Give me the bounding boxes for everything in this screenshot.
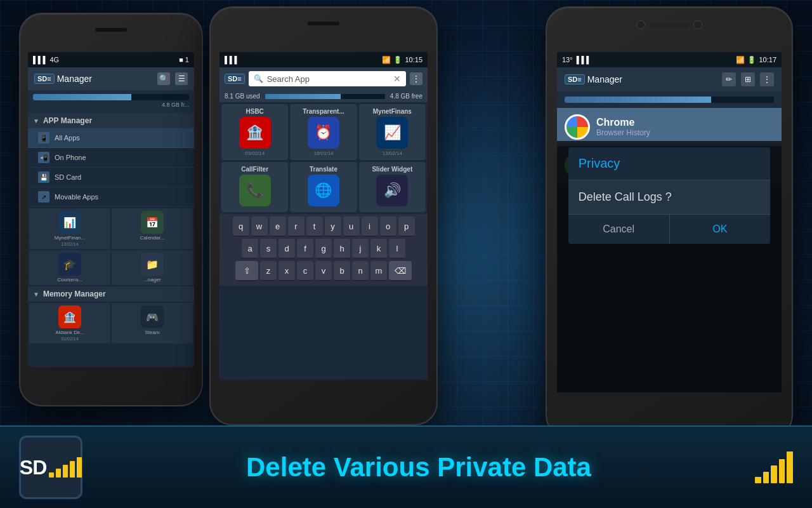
wifi-icon: 📶 <box>382 56 391 64</box>
key-q[interactable]: q <box>233 217 249 237</box>
key-d[interactable]: d <box>278 239 295 259</box>
banner-title: Delete Various Private Data <box>102 452 736 483</box>
cancel-button[interactable]: Cancel <box>568 215 670 244</box>
steam-icon: 🎮 <box>141 305 164 328</box>
app-name: Calendar... <box>140 235 165 241</box>
list-item[interactable]: MynetFinans 📈 13/02/14 <box>359 104 426 160</box>
key-t[interactable]: t <box>306 217 323 237</box>
dialog-content: Delete Call Logs ? <box>568 180 771 214</box>
key-p[interactable]: p <box>398 217 415 237</box>
search-icon: 🔍 <box>254 74 263 83</box>
more-icon[interactable]: ⋮ <box>760 72 774 86</box>
key-k[interactable]: k <box>370 239 387 259</box>
bottom-banner: SD Delete Various Private Data <box>0 425 812 508</box>
all-apps-icon: 📱 <box>38 132 49 144</box>
app-name: CallFilter <box>241 166 268 173</box>
bar-4 <box>70 461 75 478</box>
movable-apps-item[interactable]: ↗ Movable Apps <box>28 187 194 207</box>
key-g[interactable]: g <box>315 239 332 259</box>
phone-right-frame: 13° ▌▌▌ 📶 🔋 10:17 SD≡ Manager <box>546 6 793 438</box>
left-app-grid-2: 🏦 Akbank Dir... 01/02/14 🎮 Steam <box>28 302 194 345</box>
storage-labels: 4.8 GB fr... <box>33 100 189 109</box>
key-j[interactable]: j <box>352 239 369 259</box>
all-apps-item[interactable]: 📱 All Apps <box>28 128 194 148</box>
middle-logo: SD≡ <box>225 74 245 84</box>
right-status-bar: 13° ▌▌▌ 📶 🔋 10:17 <box>557 52 782 67</box>
key-shift[interactable]: ⇧ <box>235 261 258 281</box>
list-item[interactable]: Translate 🌐 <box>290 162 357 212</box>
sd-logo-inner: SD <box>20 456 82 479</box>
middle-storage-row: 8.1 GB used 4.8 GB free <box>219 90 428 102</box>
ok-button[interactable]: OK <box>670 215 771 244</box>
key-f[interactable]: f <box>297 239 313 259</box>
left-phone-screen: ▌▌▌ 4G ■ 1 SD≡ Manager 🔍 ☰ <box>28 52 194 367</box>
close-icon[interactable]: ✕ <box>393 74 401 84</box>
key-v[interactable]: v <box>315 261 332 281</box>
list-item: 🏦 Akbank Dir... 01/02/14 <box>29 303 110 344</box>
app-name: Slider Widget <box>372 166 412 173</box>
keyboard-row-1: q w e r t y u i o p <box>222 217 425 237</box>
key-y[interactable]: y <box>325 217 341 237</box>
key-c[interactable]: c <box>297 261 313 281</box>
on-phone-label: On Phone <box>55 154 86 161</box>
storage-free-text: 4.8 GB free <box>390 93 422 100</box>
translate-icon: 🌐 <box>308 175 339 206</box>
key-r[interactable]: r <box>288 217 304 237</box>
list-item: 📊 MynetFinan... 13/02/14 <box>29 208 110 249</box>
camera-dot-2 <box>693 20 702 29</box>
callfilter-icon: 📞 <box>239 175 271 206</box>
sd-card-item[interactable]: 💾 SD Card <box>28 168 194 187</box>
left-signal-icon: ▌▌▌ 4G <box>33 56 59 64</box>
list-item[interactable]: Slider Widget 🔊 <box>359 162 426 212</box>
key-s[interactable]: s <box>260 239 277 259</box>
battery-icon: 🔋 <box>393 56 402 64</box>
app-icon: 📊 <box>58 211 81 234</box>
key-z[interactable]: z <box>260 261 277 281</box>
bar-3 <box>63 465 68 478</box>
list-item[interactable]: CallFilter 📞 <box>221 162 288 212</box>
right-phone-screen: 13° ▌▌▌ 📶 🔋 10:17 SD≡ Manager <box>557 52 782 392</box>
right-wifi-icon: 📶 <box>736 56 745 64</box>
right-status-left: 13° ▌▌▌ <box>562 56 591 64</box>
right-temp: 13° <box>562 56 573 64</box>
memory-arrow: ▼ <box>33 291 39 298</box>
key-u[interactable]: u <box>343 217 360 237</box>
search-icon[interactable]: 🔍 <box>157 72 170 85</box>
slider-icon: 🔊 <box>376 175 408 206</box>
chrome-subtitle: Browser History <box>596 128 774 137</box>
search-input-mock[interactable]: 🔍 Search App ✕ <box>249 71 406 86</box>
left-manager-label: Manager <box>57 74 92 84</box>
key-i[interactable]: i <box>362 217 378 237</box>
privacy-dialog: Privacy Delete Call Logs ? Cancel OK <box>568 147 771 244</box>
key-backspace[interactable]: ⌫ <box>389 261 412 281</box>
app-date: 13/02/14 <box>61 242 78 246</box>
key-b[interactable]: b <box>334 261 350 281</box>
key-h[interactable]: h <box>334 239 350 259</box>
key-m[interactable]: m <box>370 261 387 281</box>
grid-icon[interactable]: ⊞ <box>741 72 755 86</box>
list-item: 📅 Calendar... <box>112 208 193 249</box>
list-item[interactable]: HSBC 🏦 03/02/14 <box>221 104 288 160</box>
list-item[interactable]: Transparent... ⏰ 19/01/14 <box>290 104 357 160</box>
key-l[interactable]: l <box>389 239 405 259</box>
middle-status-bar: ▌▌▌ 📶 🔋 10:15 <box>219 52 428 67</box>
chrome-row[interactable]: Chrome Browser History <box>557 108 782 146</box>
key-w[interactable]: w <box>251 217 268 237</box>
all-apps-label: All Apps <box>55 134 80 142</box>
menu-icon[interactable]: ☰ <box>175 72 188 85</box>
on-phone-item[interactable]: 📲 On Phone <box>28 148 194 168</box>
right-manager-label: Manager <box>587 74 622 84</box>
app-name: Coursera... <box>57 277 82 283</box>
key-x[interactable]: x <box>278 261 295 281</box>
middle-menu-icon[interactable]: ⋮ <box>410 72 422 85</box>
key-o[interactable]: o <box>380 217 396 237</box>
right-signal-bars: ▌▌▌ <box>577 56 591 64</box>
key-n[interactable]: n <box>352 261 369 281</box>
right-bar-5 <box>787 451 793 483</box>
edit-icon[interactable]: ✏ <box>722 72 736 86</box>
camera-dot <box>636 20 645 29</box>
middle-app-grid: HSBC 🏦 03/02/14 Transparent... ⏰ 19/01/1… <box>219 102 428 214</box>
key-e[interactable]: e <box>270 217 286 237</box>
key-a[interactable]: a <box>242 239 258 259</box>
keyboard[interactable]: q w e r t y u i o p a s d <box>219 214 428 286</box>
